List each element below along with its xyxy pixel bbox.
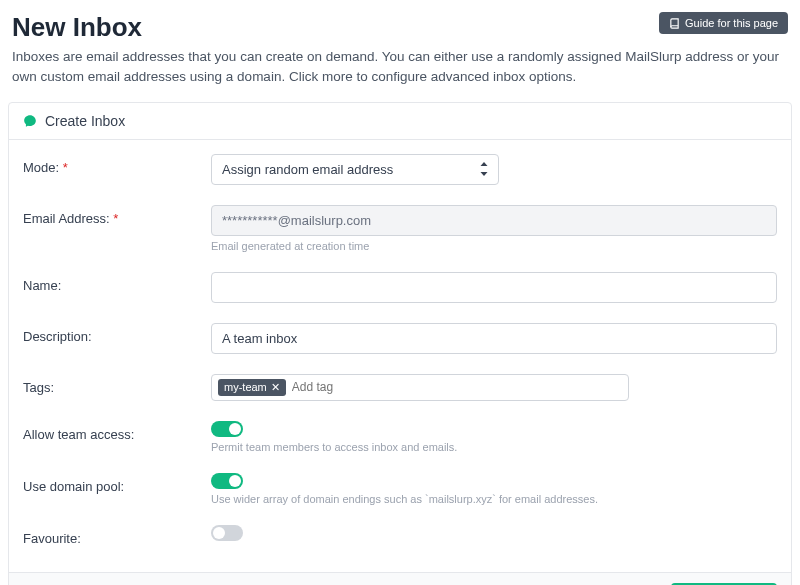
tags-label: Tags: [23, 374, 211, 395]
book-icon [669, 18, 680, 29]
card-footer: Open after creation Create inbox [9, 572, 791, 586]
page-title: New Inbox [12, 12, 142, 43]
team-access-toggle[interactable] [211, 421, 243, 437]
name-label: Name: [23, 272, 211, 293]
description-label: Description: [23, 323, 211, 344]
page-description: Inboxes are email addresses that you can… [0, 47, 800, 102]
favourite-label: Favourite: [23, 525, 211, 546]
tag-remove-icon[interactable]: ✕ [271, 381, 280, 394]
favourite-toggle[interactable] [211, 525, 243, 541]
email-hint: Email generated at creation time [211, 240, 777, 252]
domain-pool-hint: Use wider array of domain endings such a… [211, 493, 777, 505]
email-input [211, 205, 777, 236]
team-access-label: Allow team access: [23, 421, 211, 442]
tags-text-input[interactable] [292, 380, 622, 394]
card-header: Create Inbox [9, 103, 791, 140]
name-input[interactable] [211, 272, 777, 303]
mode-label: Mode: * [23, 154, 211, 175]
tags-input[interactable]: my-team ✕ [211, 374, 629, 401]
description-input[interactable] [211, 323, 777, 354]
card-title: Create Inbox [45, 113, 125, 129]
mode-select[interactable]: Assign random email address [211, 154, 499, 185]
email-label: Email Address: * [23, 205, 211, 226]
guide-button-label: Guide for this page [685, 17, 778, 29]
team-access-hint: Permit team members to access inbox and … [211, 441, 777, 453]
create-inbox-card: Create Inbox Mode: * Assign random email… [8, 102, 792, 586]
domain-pool-toggle[interactable] [211, 473, 243, 489]
domain-pool-label: Use domain pool: [23, 473, 211, 494]
inbox-icon [23, 114, 37, 128]
guide-button[interactable]: Guide for this page [659, 12, 788, 34]
tag-chip: my-team ✕ [218, 379, 286, 396]
